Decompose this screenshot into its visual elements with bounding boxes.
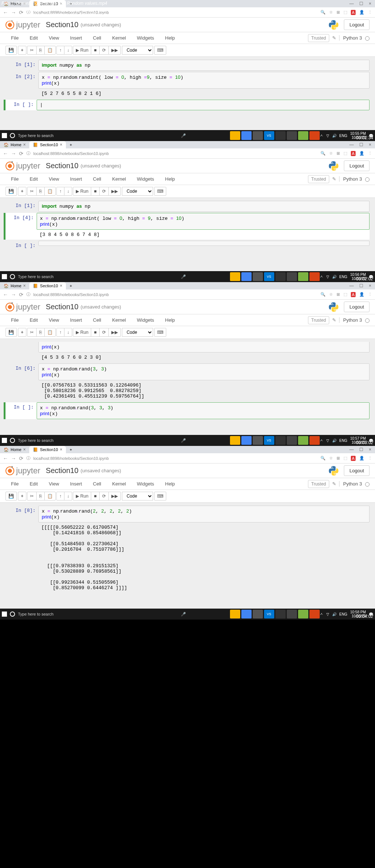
celltype-select[interactable]: Code bbox=[122, 492, 153, 501]
cut-button[interactable]: ✂ bbox=[27, 46, 37, 55]
tb-app2[interactable] bbox=[253, 436, 263, 445]
stop-button[interactable]: ■ bbox=[91, 328, 99, 337]
profile-icon[interactable]: 👤 bbox=[359, 10, 364, 15]
search-icon[interactable]: 🔍 bbox=[320, 151, 326, 156]
command-palette-button[interactable]: ⌨ bbox=[154, 492, 166, 501]
tb-app6[interactable] bbox=[309, 272, 320, 281]
tb-app3[interactable] bbox=[275, 436, 286, 445]
search-input[interactable]: Type here to search bbox=[18, 438, 181, 443]
tab-home[interactable]: 🏠 Home× bbox=[0, 282, 29, 289]
stop-button[interactable]: ■ bbox=[91, 187, 99, 196]
search-input[interactable]: Type here to search bbox=[18, 133, 181, 138]
tb-app5[interactable] bbox=[298, 610, 308, 618]
menu-cell[interactable]: Cell bbox=[88, 480, 107, 488]
tray-wifi-icon[interactable]: ▽ bbox=[326, 134, 329, 138]
cell-input[interactable]: x = np.random.rand(3, 3) print(x) bbox=[38, 363, 370, 380]
menu-widgets[interactable]: Widgets bbox=[131, 316, 160, 324]
window-max[interactable]: ☐ bbox=[359, 142, 363, 147]
profile-icon[interactable]: 👤 bbox=[359, 456, 364, 461]
window-min[interactable]: — bbox=[349, 142, 354, 147]
url[interactable]: localhost:8898/notebooks/Section10.ipynb bbox=[33, 456, 318, 461]
nav-back[interactable]: ← bbox=[3, 292, 8, 298]
tb-app1[interactable] bbox=[230, 131, 240, 140]
paste-button[interactable]: 📋 bbox=[44, 46, 56, 55]
copy-button[interactable]: ⎘ bbox=[36, 46, 45, 55]
ext3-icon[interactable]: A bbox=[351, 151, 356, 156]
tray-lang[interactable]: ENG bbox=[339, 439, 348, 443]
window-close[interactable]: × bbox=[369, 142, 371, 147]
menu-edit[interactable]: Edit bbox=[24, 480, 43, 488]
tb-app6[interactable] bbox=[309, 131, 320, 140]
move-up-button[interactable]: ↑ bbox=[56, 187, 64, 196]
cell-input[interactable]: print(x) bbox=[38, 342, 370, 352]
menu-file[interactable]: File bbox=[5, 34, 24, 42]
tb-app6[interactable] bbox=[309, 436, 320, 445]
restart-button[interactable]: ⟳ bbox=[99, 492, 109, 501]
star-icon[interactable]: ☆ bbox=[329, 10, 333, 15]
menu-widgets[interactable]: Widgets bbox=[131, 175, 160, 183]
tb-chrome[interactable] bbox=[241, 272, 252, 281]
cell-input[interactable]: x = np.random.rand(2, 2, 2, 2, 2) print(… bbox=[38, 506, 370, 522]
celltype-select[interactable]: Code bbox=[122, 46, 153, 55]
cell-input[interactable] bbox=[38, 241, 370, 246]
url-info-icon[interactable]: ⓘ bbox=[26, 151, 30, 156]
ext-icon[interactable]: ⊞ bbox=[337, 292, 340, 297]
menu-view[interactable]: View bbox=[43, 34, 64, 42]
menu-file[interactable]: File bbox=[5, 175, 24, 183]
run-button[interactable]: ▶ Run bbox=[73, 46, 91, 55]
mic-icon[interactable]: 🎤 bbox=[181, 133, 186, 138]
tb-vscode[interactable]: VS bbox=[264, 436, 274, 445]
move-down-button[interactable]: ↓ bbox=[64, 328, 72, 337]
run-button[interactable]: ▶ Run bbox=[73, 492, 91, 501]
cortana-icon[interactable] bbox=[10, 612, 15, 617]
kernel-name[interactable]: Python 3 bbox=[339, 317, 370, 323]
window-max[interactable]: ☐ bbox=[359, 283, 363, 288]
celltype-select[interactable]: Code bbox=[122, 187, 153, 196]
menu-kernel[interactable]: Kernel bbox=[107, 34, 131, 42]
menu-widgets[interactable]: Widgets bbox=[131, 480, 160, 488]
run-button[interactable]: ▶ Run bbox=[73, 187, 91, 196]
menu-edit[interactable]: Edit bbox=[24, 34, 43, 42]
cell-input[interactable]: x = np.random.randint( low = 0, high = 9… bbox=[37, 213, 370, 230]
tab-home[interactable]: 🏠 Home× bbox=[0, 446, 29, 453]
restart-button[interactable]: ⟳ bbox=[99, 187, 109, 196]
cell-input[interactable]: import numpy as np bbox=[38, 201, 370, 212]
start-button[interactable] bbox=[2, 133, 7, 138]
star-icon[interactable]: ☆ bbox=[329, 292, 333, 297]
search-icon[interactable]: 🔍 bbox=[320, 292, 326, 297]
tab-new[interactable]: + bbox=[66, 446, 75, 453]
window-min[interactable]: — bbox=[349, 447, 354, 452]
kernel-name[interactable]: Python 3 bbox=[339, 35, 370, 41]
tb-app4[interactable] bbox=[287, 131, 297, 140]
notebook-cell[interactable]: In [1]: import numpy as np bbox=[5, 60, 370, 71]
tb-app1[interactable] bbox=[230, 436, 240, 445]
nav-reload[interactable]: ⟳ bbox=[19, 292, 23, 298]
menu-help[interactable]: Help bbox=[160, 175, 181, 183]
tray-lang[interactable]: ENG bbox=[339, 275, 348, 279]
tray-wifi-icon[interactable]: ▽ bbox=[326, 275, 329, 279]
paste-button[interactable]: 📋 bbox=[44, 492, 56, 501]
notebook-cell[interactable]: print(x) [4 5 3 6 7 6 0 2 3 0] bbox=[5, 342, 370, 362]
menu-kernel[interactable]: Kernel bbox=[107, 316, 131, 324]
command-palette-button[interactable]: ⌨ bbox=[154, 187, 166, 196]
ext3-icon[interactable]: A bbox=[351, 10, 356, 15]
search-input[interactable]: Type here to search bbox=[18, 612, 181, 616]
move-up-button[interactable]: ↑ bbox=[56, 492, 64, 501]
logout-button[interactable]: Logout bbox=[344, 19, 370, 30]
url[interactable]: localhost:8898/notebooks/Section10.ipynb bbox=[33, 292, 318, 297]
menu-file[interactable]: File bbox=[5, 316, 24, 324]
tb-app4[interactable] bbox=[287, 272, 297, 281]
cortana-icon[interactable] bbox=[10, 438, 15, 443]
tray-lang[interactable]: ENG bbox=[339, 612, 348, 616]
tb-app5[interactable] bbox=[298, 131, 308, 140]
tb-vscode[interactable]: VS bbox=[264, 131, 274, 140]
start-button[interactable] bbox=[2, 274, 7, 279]
tab-notebook[interactable]: 📙 Section10× bbox=[29, 282, 66, 289]
edit-icon[interactable]: ✎ bbox=[332, 35, 336, 41]
tray-vol-icon[interactable]: 🔊 bbox=[332, 134, 337, 138]
edit-icon[interactable]: ✎ bbox=[332, 481, 336, 487]
add-cell-button[interactable]: + bbox=[18, 46, 26, 55]
tb-app5[interactable] bbox=[298, 272, 308, 281]
tray-vol-icon[interactable]: 🔊 bbox=[332, 275, 337, 279]
notebook-cell[interactable]: In [4]: x = np.random.randint( low = 0, … bbox=[4, 213, 370, 240]
